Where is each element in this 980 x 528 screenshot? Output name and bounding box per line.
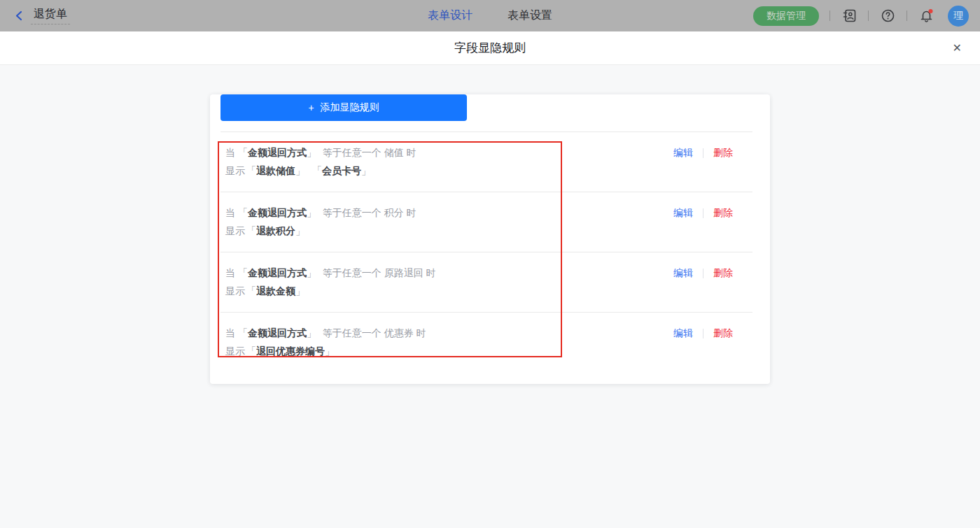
bracket-open: 「 [238, 327, 248, 338]
edit-link[interactable]: 编辑 [673, 207, 693, 220]
bracket-open: 「 [246, 165, 256, 176]
back-chevron-icon [14, 10, 24, 22]
delete-link[interactable]: 删除 [713, 147, 733, 159]
header-right: 数据管理 理 [753, 6, 969, 27]
plus-icon: + [308, 102, 314, 113]
action-label: 显示 [225, 345, 245, 357]
tab-form-design[interactable]: 表单设计 [428, 8, 472, 23]
bracket-close: 」 [295, 165, 305, 176]
bracket-open: 「 [238, 207, 248, 218]
condition-operator: 等于任意一个 [323, 207, 382, 218]
rule-condition-line: 当 「金额退回方式」 等于任意一个 储值 时 [225, 145, 416, 160]
rules-list: 当 「金额退回方式」 等于任意一个 储值 时 显示「退款储值」「会员卡号」 编辑… [210, 132, 770, 372]
back-button[interactable] [14, 10, 24, 22]
actions-divider [703, 148, 704, 158]
bracket-open: 「 [246, 225, 256, 236]
modal-body: + 添加显隐规则 当 「金额退回方式」 等于任意一个 储值 时 显示「退款储值」… [0, 65, 980, 528]
condition-field-name: 金额退回方式 [248, 207, 307, 218]
delete-link[interactable]: 删除 [713, 327, 733, 340]
delete-link[interactable]: 删除 [713, 267, 733, 280]
edit-link[interactable]: 编辑 [673, 327, 693, 340]
header-divider [868, 10, 869, 21]
target-field-name: 退款积分 [256, 225, 295, 236]
condition-prefix: 当 [225, 327, 235, 338]
bracket-open: 「 [246, 345, 256, 357]
rule-row: 当 「金额退回方式」 等于任意一个 原路退回 时 显示「退款金额」 编辑 删除 [210, 252, 770, 312]
condition-value: 积分 [384, 207, 404, 218]
rule-actions: 编辑 删除 [673, 326, 733, 341]
action-label: 显示 [225, 165, 245, 176]
edit-link[interactable]: 编辑 [673, 147, 693, 159]
add-rule-label: 添加显隐规则 [321, 101, 379, 114]
unread-dot [928, 9, 932, 13]
close-icon[interactable]: ✕ [953, 43, 962, 54]
edit-link[interactable]: 编辑 [673, 267, 693, 280]
contacts-icon[interactable] [841, 8, 858, 24]
condition-value: 优惠券 [384, 327, 414, 338]
condition-suffix: 时 [407, 147, 416, 158]
condition-field-name: 金额退回方式 [248, 267, 307, 278]
actions-divider [703, 329, 704, 338]
target-field: 「退款积分」 [246, 225, 305, 236]
rule-actions: 编辑 删除 [673, 206, 733, 220]
target-field: 「会员卡号」 [312, 165, 371, 176]
modal-titlebar: 字段显隐规则 ✕ [0, 31, 980, 65]
condition-operator: 等于任意一个 [323, 327, 382, 338]
header-divider [906, 10, 907, 21]
action-label: 显示 [225, 225, 245, 236]
rule-row: 当 「金额退回方式」 等于任意一个 积分 时 显示「退款积分」 编辑 删除 [210, 192, 770, 252]
add-rule-button[interactable]: + 添加显隐规则 [220, 94, 467, 121]
action-label: 显示 [225, 285, 245, 297]
bracket-close: 」 [307, 147, 316, 158]
condition-operator: 等于任意一个 [323, 267, 382, 278]
condition-prefix: 当 [225, 267, 235, 278]
rule-actions: 编辑 删除 [673, 266, 733, 280]
bracket-close: 」 [295, 285, 305, 297]
header-divider [830, 10, 830, 21]
target-field: 「退款储值」 [246, 165, 305, 176]
bracket-close: 」 [295, 225, 305, 236]
notification-bell-icon[interactable] [918, 8, 934, 24]
rule-row: 当 「金额退回方式」 等于任意一个 储值 时 显示「退款储值」「会员卡号」 编辑… [210, 132, 770, 192]
target-field-name: 退款储值 [256, 165, 295, 176]
rule-condition-line: 当 「金额退回方式」 等于任意一个 优惠券 时 [225, 326, 426, 341]
tab-form-settings[interactable]: 表单设置 [507, 8, 552, 23]
modal-title: 字段显隐规则 [454, 40, 526, 56]
condition-suffix: 时 [407, 207, 416, 218]
delete-link[interactable]: 删除 [713, 207, 733, 220]
header-left: 退货单 [14, 7, 70, 24]
bracket-close: 」 [307, 267, 316, 278]
avatar[interactable]: 理 [948, 6, 969, 27]
rule-action-line: 显示「退款积分」 [225, 224, 416, 238]
target-field-name: 会员卡号 [322, 165, 361, 176]
condition-suffix: 时 [426, 267, 436, 278]
actions-divider [703, 269, 704, 278]
condition-field-name: 金额退回方式 [248, 327, 307, 338]
condition-field-name: 金额退回方式 [248, 147, 307, 158]
bracket-close: 」 [307, 207, 316, 218]
rule-text: 当 「金额退回方式」 等于任意一个 储值 时 显示「退款储值」「会员卡号」 [225, 145, 416, 178]
rule-action-line: 显示「退款储值」「会员卡号」 [225, 164, 416, 178]
form-title[interactable]: 退货单 [31, 7, 70, 24]
target-field-name: 退回优惠券编号 [256, 345, 325, 357]
bracket-close: 」 [361, 165, 371, 176]
condition-prefix: 当 [225, 207, 235, 218]
rule-text: 当 「金额退回方式」 等于任意一个 积分 时 显示「退款积分」 [225, 206, 416, 238]
rule-action-line: 显示「退款金额」 [225, 284, 436, 299]
rule-condition-line: 当 「金额退回方式」 等于任意一个 积分 时 [225, 206, 416, 220]
rule-condition-line: 当 「金额退回方式」 等于任意一个 原路退回 时 [225, 266, 436, 280]
rule-text: 当 「金额退回方式」 等于任意一个 原路退回 时 显示「退款金额」 [225, 266, 436, 299]
rule-actions: 编辑 删除 [673, 145, 733, 160]
app-header: 退货单 表单设计 表单设置 数据管理 [0, 0, 980, 31]
data-manage-button[interactable]: 数据管理 [753, 6, 819, 26]
bracket-open: 「 [246, 285, 256, 297]
rules-card: + 添加显隐规则 当 「金额退回方式」 等于任意一个 储值 时 显示「退款储值」… [210, 94, 770, 384]
target-field: 「退回优惠券编号」 [246, 345, 335, 357]
bracket-open: 「 [238, 267, 248, 278]
help-icon[interactable] [879, 8, 896, 24]
bracket-open: 「 [312, 165, 322, 176]
rule-row: 当 「金额退回方式」 等于任意一个 优惠券 时 显示「退回优惠券编号」 编辑 删… [210, 313, 770, 372]
condition-suffix: 时 [416, 327, 426, 338]
bracket-close: 」 [325, 345, 335, 357]
rule-text: 当 「金额退回方式」 等于任意一个 优惠券 时 显示「退回优惠券编号」 [225, 326, 426, 359]
